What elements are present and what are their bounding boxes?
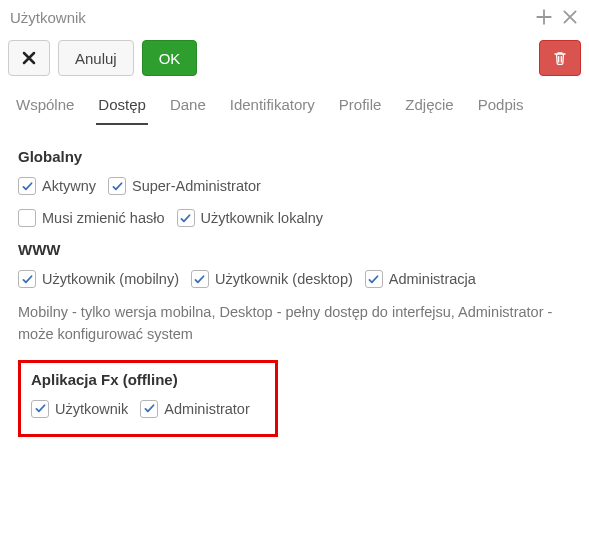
check-super-admin[interactable]: Super-Administrator xyxy=(108,177,261,195)
checkbox-icon xyxy=(191,270,209,288)
checkbox-icon xyxy=(177,209,195,227)
tab-identifikatory[interactable]: Identifikatory xyxy=(228,90,317,125)
tab-profile[interactable]: Profile xyxy=(337,90,384,125)
x-icon xyxy=(21,50,37,66)
check-user-mobile[interactable]: Użytkownik (mobilny) xyxy=(18,270,179,288)
check-label: Użytkownik xyxy=(55,401,128,417)
check-local-user[interactable]: Użytkownik lokalny xyxy=(177,209,324,227)
tab-zdjecie[interactable]: Zdjęcie xyxy=(403,90,455,125)
www-help-text: Mobilny - tylko wersja mobilna, Desktop … xyxy=(18,302,571,346)
checkbox-icon xyxy=(18,209,36,227)
checkbox-icon xyxy=(18,270,36,288)
check-label: Musi zmienić hasło xyxy=(42,210,165,226)
global-row-1: Aktywny Super-Administrator xyxy=(18,177,571,195)
tabs: Wspólne Dostęp Dane Identifikatory Profi… xyxy=(0,86,589,126)
ok-button[interactable]: OK xyxy=(142,40,198,76)
check-user-desktop[interactable]: Użytkownik (desktop) xyxy=(191,270,353,288)
tab-dane[interactable]: Dane xyxy=(168,90,208,125)
check-active[interactable]: Aktywny xyxy=(18,177,96,195)
check-label: Administracja xyxy=(389,271,476,287)
check-must-change-password[interactable]: Musi zmienić hasło xyxy=(18,209,165,227)
check-label: Administrator xyxy=(164,401,249,417)
checkbox-icon xyxy=(140,400,158,418)
check-fx-user[interactable]: Użytkownik xyxy=(31,400,128,418)
fx-row: Użytkownik Administrator xyxy=(31,400,265,418)
section-global-title: Globalny xyxy=(18,148,571,165)
add-icon[interactable] xyxy=(535,8,553,26)
delete-button[interactable] xyxy=(539,40,581,76)
check-label: Użytkownik lokalny xyxy=(201,210,324,226)
check-fx-admin[interactable]: Administrator xyxy=(140,400,249,418)
www-row: Użytkownik (mobilny) Użytkownik (desktop… xyxy=(18,270,571,288)
section-www-title: WWW xyxy=(18,241,571,258)
tab-wspolne[interactable]: Wspólne xyxy=(14,90,76,125)
close-icon[interactable] xyxy=(561,8,579,26)
tab-dostep[interactable]: Dostęp xyxy=(96,90,148,125)
checkbox-icon xyxy=(108,177,126,195)
titlebar: Użytkownik xyxy=(0,0,589,34)
checkbox-icon xyxy=(31,400,49,418)
check-label: Użytkownik (mobilny) xyxy=(42,271,179,287)
trash-icon xyxy=(552,50,568,66)
tab-podpis[interactable]: Podpis xyxy=(476,90,526,125)
tab-content: Globalny Aktywny Super-Administrator Mus… xyxy=(0,126,589,453)
check-label: Aktywny xyxy=(42,178,96,194)
cancel-button[interactable]: Anuluj xyxy=(58,40,134,76)
section-fx-title: Aplikacja Fx (offline) xyxy=(31,371,265,388)
checkbox-icon xyxy=(18,177,36,195)
toolbar: Anuluj OK xyxy=(0,34,589,86)
global-row-2: Musi zmienić hasło Użytkownik lokalny xyxy=(18,209,571,227)
fx-highlight: Aplikacja Fx (offline) Użytkownik Admini… xyxy=(18,360,278,437)
check-label: Użytkownik (desktop) xyxy=(215,271,353,287)
close-button[interactable] xyxy=(8,40,50,76)
window-title: Użytkownik xyxy=(10,9,527,26)
check-label: Super-Administrator xyxy=(132,178,261,194)
checkbox-icon xyxy=(365,270,383,288)
check-administration[interactable]: Administracja xyxy=(365,270,476,288)
